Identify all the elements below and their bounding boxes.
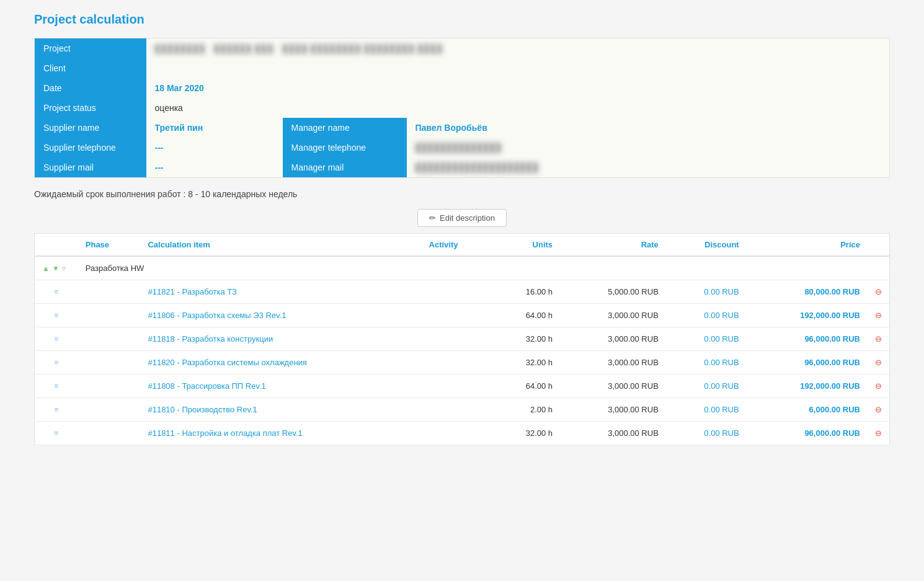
phase-row: ▲ ▼ ▿ Разработка HW [35,256,890,280]
item-name: #11820 - Разработка системы охлаждения [140,351,421,375]
table-row: ≡ #11808 - Трассировка ПП Rev.1 64.00 h … [35,375,890,398]
drag-handle[interactable]: ≡ [35,422,78,445]
pencil-icon: ✏ [429,213,436,223]
calculation-table: Phase Calculation item Activity Units Ra… [34,233,890,445]
item-phase-cell [78,304,141,327]
col-drag [35,234,78,257]
item-activity [422,280,493,304]
col-price: Price [747,234,868,257]
item-discount: 0.00 RUB [666,351,747,375]
value-manager-telephone: ██████████████ [407,138,890,157]
item-name: #11810 - Производство Rev.1 [140,398,421,422]
col-units: Units [492,234,560,257]
item-rate: 3,000.00 RUB [560,351,666,375]
item-rate: 5,000.00 RUB [560,280,666,304]
item-price: 80,000.00 RUB [747,280,868,304]
item-price: 96,000.00 RUB [747,422,868,445]
item-activity [422,304,493,327]
label-manager-mail: Manager mail [283,157,407,178]
item-rate: 3,000.00 RUB [560,422,666,445]
manager-mail-blurred: ████████████████████ [415,162,538,172]
value-supplier-mail: --- [146,157,283,178]
col-rate: Rate [560,234,666,257]
value-manager-mail: ████████████████████ [407,157,890,178]
manager-telephone-blurred: ██████████████ [415,143,502,153]
item-phase-cell [78,375,141,398]
phase-down-icon[interactable]: ▼ [52,264,60,273]
description-note: Ожидаемый срок выполнения работ : 8 - 10… [34,189,890,199]
item-units: 64.00 h [492,304,560,327]
label-supplier-name: Supplier name [35,118,146,138]
table-row: ≡ #11821 - Разработка ТЗ 16.00 h 5,000.0… [35,280,890,304]
table-row: ≡ #11820 - Разработка системы охлаждения… [35,351,890,375]
col-discount: Discount [666,234,747,257]
value-project-status: оценка [146,98,890,118]
item-name: #11808 - Трассировка ПП Rev.1 [140,375,421,398]
item-rate: 3,000.00 RUB [560,304,666,327]
table-row: ≡ #11818 - Разработка конструкции 32.00 … [35,327,890,351]
label-project-status: Project status [35,98,146,118]
item-price: 96,000.00 RUB [747,351,868,375]
phase-control-icons[interactable]: ▲ ▼ ▿ [42,264,66,273]
remove-item-button[interactable]: ⊖ [868,304,890,327]
item-name: #11821 - Разработка ТЗ [140,280,421,304]
item-price: 96,000.00 RUB [747,327,868,351]
remove-item-button[interactable]: ⊖ [868,422,890,445]
col-action [868,234,890,257]
table-row: ≡ #11810 - Производство Rev.1 2.00 h 3,0… [35,398,890,422]
item-rate: 3,000.00 RUB [560,375,666,398]
remove-item-button[interactable]: ⊖ [868,398,890,422]
label-project: Project [35,38,146,59]
item-units: 16.00 h [492,280,560,304]
item-discount: 0.00 RUB [666,375,747,398]
phase-menu-icon[interactable]: ▿ [62,264,66,273]
item-discount: 0.00 RUB [666,422,747,445]
item-units: 32.00 h [492,327,560,351]
item-phase-cell [78,351,141,375]
phase-up-icon[interactable]: ▲ [42,264,50,273]
item-rate: 3,000.00 RUB [560,327,666,351]
value-date: 18 Mar 2020 [146,78,890,98]
item-units: 2.00 h [492,398,560,422]
value-client [146,58,890,78]
value-supplier-telephone: --- [146,138,283,157]
drag-handle[interactable]: ≡ [35,304,78,327]
item-phase-cell [78,422,141,445]
phase-name: Разработка HW [78,256,890,280]
drag-handle[interactable]: ≡ [35,280,78,304]
drag-handle[interactable]: ≡ [35,351,78,375]
label-client: Client [35,58,146,78]
item-price: 6,000.00 RUB [747,398,868,422]
item-price: 192,000.00 RUB [747,375,868,398]
drag-handle[interactable]: ≡ [35,327,78,351]
item-discount: 0.00 RUB [666,304,747,327]
item-activity [422,327,493,351]
item-activity [422,351,493,375]
remove-item-button[interactable]: ⊖ [868,327,890,351]
item-price: 192,000.00 RUB [747,304,868,327]
drag-handle[interactable]: ≡ [35,398,78,422]
item-phase-cell [78,280,141,304]
item-name: #11818 - Разработка конструкции [140,327,421,351]
label-manager-name: Manager name [283,118,407,138]
remove-item-button[interactable]: ⊖ [868,375,890,398]
item-activity [422,375,493,398]
drag-handle[interactable]: ≡ [35,375,78,398]
label-supplier-telephone: Supplier telephone [35,138,146,157]
remove-item-button[interactable]: ⊖ [868,351,890,375]
item-discount: 0.00 RUB [666,327,747,351]
item-name: #11811 - Настройка и отладка плат Rev.1 [140,422,421,445]
project-name-blurred: ████████ · ██████ ███ · ████ ████████ ██… [155,44,443,53]
item-discount: 0.00 RUB [666,398,747,422]
col-activity: Activity [422,234,493,257]
item-phase-cell [78,398,141,422]
remove-item-button[interactable]: ⊖ [868,280,890,304]
label-manager-telephone: Manager telephone [283,138,407,157]
value-manager-name: Павел Воробьёв [407,118,890,138]
item-units: 32.00 h [492,422,560,445]
value-project: ████████ · ██████ ███ · ████ ████████ ██… [146,38,890,59]
item-units: 32.00 h [492,351,560,375]
edit-description-button[interactable]: ✏ Edit description [417,209,507,227]
label-date: Date [35,78,146,98]
item-activity [422,422,493,445]
